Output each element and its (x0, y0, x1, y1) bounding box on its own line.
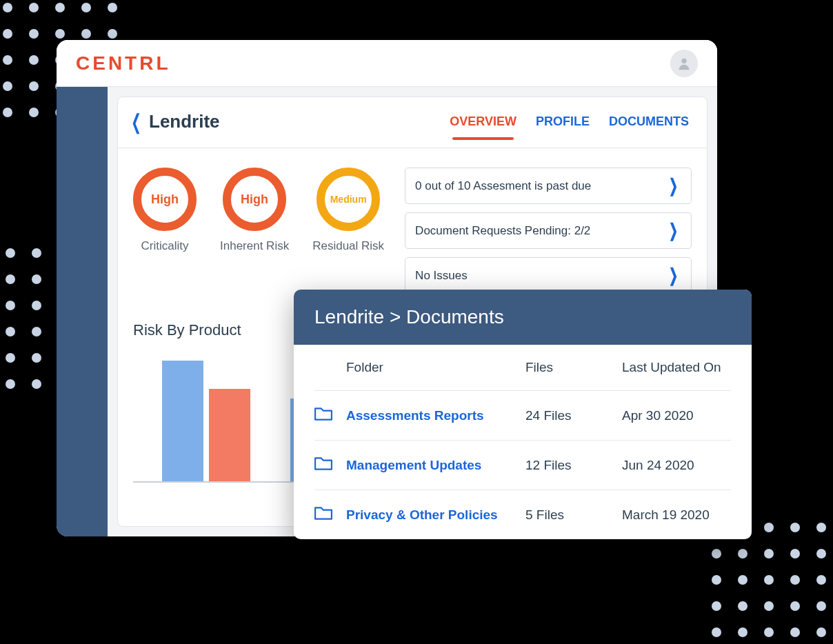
folder-name: Privacy & Other Policies (346, 507, 525, 523)
folder-icon (314, 505, 346, 524)
avatar[interactable] (670, 50, 698, 77)
status-text: No Issues (415, 269, 468, 283)
top-bar: CENTRL (57, 40, 717, 87)
risk-circles: High Criticality High Inherent Risk Medi… (133, 168, 384, 294)
folder-icon (314, 406, 346, 425)
status-issues[interactable]: No Issues ❯ (405, 257, 692, 294)
risk-label: Inherent Risk (220, 239, 289, 253)
tab-documents[interactable]: DOCUMENTS (609, 110, 689, 133)
risk-inherent: High Inherent Risk (220, 168, 289, 294)
brand-logo: CENTRL (76, 52, 171, 74)
table-header: Folder Files Last Updated On (314, 345, 731, 391)
documents-overlay: Lendrite > Documents Folder Files Last U… (294, 290, 752, 539)
folder-name: Management Updates (346, 458, 525, 473)
files-count: 5 Files (525, 507, 622, 523)
risk-ring: High (223, 168, 286, 231)
risk-residual: Medium Residual Risk (312, 168, 384, 294)
sidebar (57, 87, 108, 536)
decorative-dots (0, 248, 41, 389)
risk-criticality: High Criticality (133, 168, 197, 294)
table-row[interactable]: Privacy & Other Policies 5 Files March 1… (314, 490, 731, 539)
bar (162, 361, 203, 481)
decorative-dots (712, 523, 826, 637)
col-files: Files (525, 360, 622, 375)
status-text: Document Requests Pending: 2/2 (415, 224, 590, 238)
documents-table: Folder Files Last Updated On Assessments… (294, 345, 752, 539)
chevron-right-icon: ❯ (669, 265, 678, 286)
risk-label: Residual Risk (312, 239, 384, 253)
folder-name: Assessments Reports (346, 408, 525, 423)
table-row[interactable]: Assessments Reports 24 Files Apr 30 2020 (314, 391, 731, 441)
updated-date: March 19 2020 (622, 507, 731, 523)
page-title: Lendrite (149, 111, 220, 132)
tab-bar: OVERVIEW PROFILE DOCUMENTS (450, 110, 689, 133)
risk-ring: Medium (317, 168, 380, 231)
files-count: 12 Files (525, 458, 622, 473)
user-icon (676, 56, 692, 71)
status-assessment-due[interactable]: 0 out of 10 Assesment is past due ❯ (405, 168, 692, 204)
table-row[interactable]: Management Updates 12 Files Jun 24 2020 (314, 441, 731, 490)
status-text: 0 out of 10 Assesment is past due (415, 179, 591, 193)
svg-point-0 (681, 58, 686, 63)
col-updated: Last Updated On (622, 360, 731, 375)
updated-date: Apr 30 2020 (622, 408, 731, 423)
bar (209, 389, 250, 481)
tab-overview[interactable]: OVERVIEW (450, 110, 516, 133)
tab-profile[interactable]: PROFILE (536, 110, 590, 133)
status-doc-requests[interactable]: Document Requests Pending: 2/2 ❯ (405, 212, 692, 249)
chevron-right-icon: ❯ (669, 175, 678, 197)
risk-ring: High (133, 168, 197, 231)
files-count: 24 Files (525, 408, 622, 423)
risk-label: Criticality (141, 239, 189, 253)
back-icon[interactable]: ❮ (131, 110, 141, 134)
overlay-breadcrumb: Lendrite > Documents (294, 290, 752, 345)
updated-date: Jun 24 2020 (622, 458, 731, 473)
chevron-right-icon: ❯ (669, 220, 678, 241)
col-folder: Folder (346, 360, 525, 375)
folder-icon (314, 456, 346, 474)
status-list: 0 out of 10 Assesment is past due ❯ Docu… (405, 168, 692, 294)
